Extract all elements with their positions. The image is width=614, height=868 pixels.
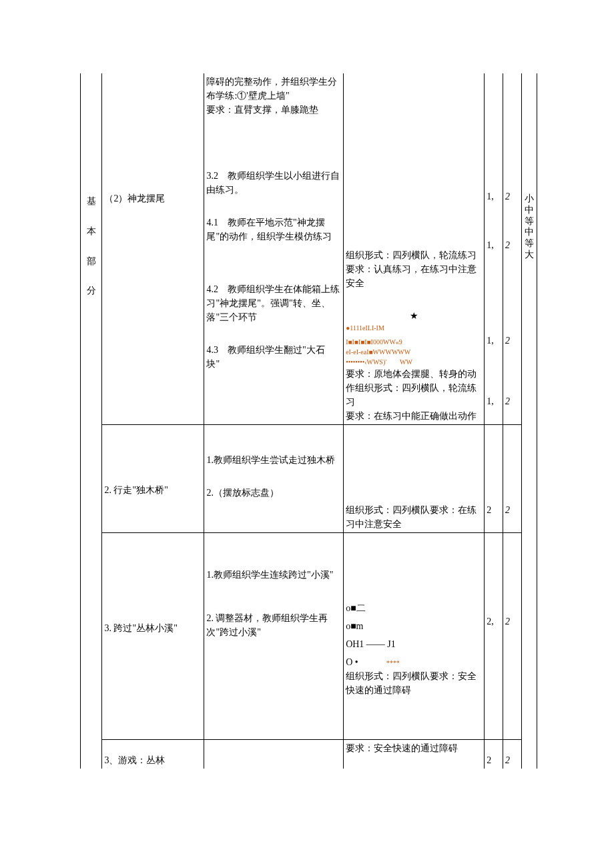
activity-text: 3. 跨过"丛林小溪" (104, 621, 202, 635)
activity-text: 2. 行走"独木桥" (104, 483, 202, 497)
intensity-char: 中 (524, 205, 535, 216)
intensity-char: 大 (524, 250, 535, 261)
teacher-cell: 1.教师组织学生尝试走过独木桥 2.（摆放标志盘） (204, 425, 344, 533)
count-value: 2 (505, 334, 519, 348)
diagram-text: o■二 (346, 601, 482, 615)
org-text: 组织形式：四列横队要求：在练习中注意安全 (346, 503, 482, 531)
count-cell: 2 (503, 425, 521, 533)
count-cell: 2 (503, 740, 521, 769)
intensity-char: 中 (524, 227, 535, 238)
activity-cell: 2. 行走"独木桥" (102, 425, 204, 533)
count-value: 2 (505, 753, 519, 767)
intensity-char: 小 (524, 193, 535, 205)
intensity-cell: 小 中 等 中 等 大 (521, 73, 537, 769)
diagram-text: o■m (346, 619, 482, 633)
teacher-step: 1.教师组织学生连续跨过"小溪" (206, 568, 341, 582)
lesson-plan-table: 基 本 部 分 （2）神龙摆尾 障碍的完整动作，并组织学生分布学练:①'壁虎上墙… (80, 73, 537, 769)
count-value: 2 (505, 238, 519, 252)
teacher-step: 4.3 教师组织学生翻过"大石 块" (206, 343, 341, 371)
intensity-char: 等 (524, 216, 535, 228)
count-value: 1, (487, 238, 501, 252)
count-value: 2 (505, 189, 519, 203)
org-text: 组织形式：四列横队，轮流练习 (346, 248, 482, 262)
org-text: 要求：安全快速的通过障碍 (346, 741, 482, 755)
count-cell: 2 (503, 533, 521, 740)
count-value: 2 (487, 753, 501, 767)
teacher-step: 4.1 教师在平地示范"神龙摆尾"的动作，组织学生模仿练习 (206, 215, 341, 244)
count-value: 1, (487, 394, 501, 408)
org-text: 要求：在练习中能正确做出动作 (346, 409, 482, 423)
section-char: 分 (83, 276, 99, 306)
count-value: 2 (505, 503, 519, 517)
org-text: 要求：原地体会摆腿、转身的动作组织形式：四列横队，轮流练习 (346, 367, 482, 409)
teacher-step: 障碍的完整动作，并组织学生分布学练:①'壁虎上墙" 要求：直臂支撑，单膝跪垫 (206, 75, 341, 117)
teacher-step: 2.（摆放标志盘） (206, 486, 341, 500)
diagram-text: OH1 ―― J1 (346, 637, 482, 651)
section-char: 部 (83, 247, 99, 277)
count-value: 2 (505, 614, 519, 628)
activity-text: 3、游戏：丛林 (104, 753, 202, 767)
teacher-step: 4.2 教师组织学生在体能箱上练习"神龙摆尾"。强调"转、坐、落"三个环节 (206, 282, 341, 324)
star-icon: ★ (346, 309, 482, 323)
count-cell: 2, (485, 533, 503, 740)
diagram-text: O • **** (346, 655, 482, 669)
activity-cell: 3. 跨过"丛林小溪" (102, 533, 204, 740)
org-cell: o■二 o■m OH1 ―― J1 O • **** 组织形式：四列横队要求：安… (344, 533, 485, 740)
count-cell: 2 2 2 2 (503, 73, 521, 425)
teacher-step: 2. 调整器材，教师组织学生再次"跨过小溪" (206, 611, 341, 639)
section-char: 本 (83, 217, 99, 247)
activity-cell: 3、游戏：丛林 (102, 740, 204, 769)
count-cell: 2 (485, 740, 503, 769)
diagram-text: I■I■I■I■I000WW«9 (346, 337, 482, 347)
count-value: 1, (487, 334, 501, 348)
teacher-cell (204, 740, 344, 769)
org-text: 要求：认真练习，在练习中注意安全 (346, 262, 482, 290)
diagram-text: ●1111eILI-IM (346, 323, 482, 333)
intensity-char: 等 (524, 238, 535, 250)
org-cell: 组织形式：四列横队要求：在练习中注意安全 (344, 425, 485, 533)
count-cell: 2 (485, 425, 503, 533)
count-value: 2 (505, 394, 519, 408)
activity-text: （2）神龙摆尾 (104, 191, 202, 205)
count-value: 2, (487, 614, 501, 628)
diagram-text: eI-eI-eaI■WWWWWW (346, 347, 482, 357)
teacher-step: 1.教师组织学生尝试走过独木桥 (206, 453, 341, 467)
teacher-cell: 1.教师组织学生连续跨过"小溪" 2. 调整器材，教师组织学生再次"跨过小溪" (204, 533, 344, 740)
teacher-step: 3.2 教师组织学生以小组进行自由练习。 (206, 169, 341, 197)
section-char: 基 (83, 187, 99, 217)
diagram-text: ••••••••‹WWS)' WW (346, 357, 482, 367)
org-cell: 要求：安全快速的通过障碍 (344, 740, 485, 769)
count-value: 2 (487, 503, 501, 517)
section-label-cell: 基 本 部 分 (81, 73, 102, 769)
count-value: 1, (487, 189, 501, 203)
org-cell: 组织形式：四列横队，轮流练习 要求：认真练习，在练习中注意安全 ★ ●1111e… (344, 73, 485, 425)
count-cell: 1, 1, 1, 1, (485, 73, 503, 425)
teacher-cell: 障碍的完整动作，并组织学生分布学练:①'壁虎上墙" 要求：直臂支撑，单膝跪垫 3… (204, 73, 344, 425)
activity-cell: （2）神龙摆尾 (102, 73, 204, 425)
org-text: 组织形式：四列横队要求：安全快速的通过障碍 (346, 669, 482, 697)
